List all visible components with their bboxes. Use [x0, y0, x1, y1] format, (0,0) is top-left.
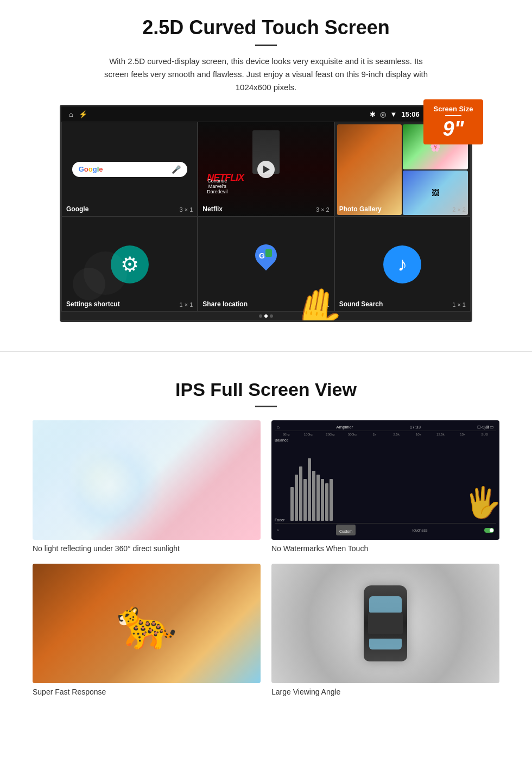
- viewing-angle-caption: Large Viewing Angle: [271, 687, 499, 696]
- slider-4: [303, 479, 307, 521]
- photo-gallery-label: Photo Gallery 2 × 2: [339, 205, 466, 213]
- slider-7: [316, 475, 320, 521]
- share-location-cell[interactable]: G 🤚 Share location 1 × 1: [198, 217, 334, 312]
- toggle-knob: [490, 528, 493, 532]
- netflix-bg: [198, 122, 333, 216]
- car-body: [364, 585, 407, 661]
- status-bar: ⌂ ⚡ ✱ ◎ ▼ 15:06 ⊡ ◁) ⊠ ▭: [61, 106, 471, 122]
- sound-label: Sound Search 1 × 1: [339, 300, 466, 308]
- eq-amplifier-label: Amplifier: [336, 425, 353, 430]
- eq-bottom-bar: ‹‹ Custom loudness: [275, 523, 496, 537]
- cheetah-bg: 🐆: [33, 564, 261, 683]
- cheetah-emoji: 🐆: [116, 595, 177, 652]
- sunlight-image: [33, 420, 261, 540]
- custom-label: Custom: [339, 529, 352, 533]
- section-ips: IPS Full Screen View No light reflecting…: [0, 368, 532, 712]
- slider-6: [312, 471, 315, 521]
- equalizer-image: ⌂ Amplifier 17:33 ⊡◁)⊠▭ 60hz 100hz 200hz…: [271, 420, 499, 540]
- home-icon[interactable]: ⌂: [69, 110, 73, 118]
- eq-freq-5: 1k: [364, 433, 385, 436]
- eq-freq-2: 100hz: [298, 433, 319, 436]
- feature-viewing-angle: Large Viewing Angle: [271, 564, 499, 696]
- title-divider: [255, 45, 277, 46]
- eq-freq-labels: 60hz 100hz 200hz 500hz 1k 2.5k 10k 12.5k…: [275, 433, 496, 436]
- app-grid-top: Google 🎤 Google 3 × 1: [61, 122, 471, 217]
- eq-home-icon: ⌂: [277, 425, 280, 430]
- netflix-label: Netflix 3 × 2: [202, 205, 329, 213]
- sound-search-cell[interactable]: ♪ Sound Search 1 × 1: [334, 217, 471, 312]
- car-image: [271, 564, 499, 683]
- eq-main-area: Balance Fader: [275, 437, 496, 523]
- page-dots: [61, 312, 471, 320]
- play-button[interactable]: [257, 161, 275, 178]
- settings-inner: ⚙: [62, 217, 197, 311]
- pin-letter: G: [259, 251, 265, 260]
- slider-10: [330, 479, 333, 521]
- eq-freq-4: 500hz: [342, 433, 363, 436]
- cheetah-image: 🐆: [33, 564, 261, 683]
- car-rear-window: [369, 639, 402, 649]
- slider-1: [290, 487, 294, 521]
- sound-icon-wrap: ♪: [383, 245, 421, 283]
- slider-3: [299, 466, 302, 521]
- eq-freq-8: 12.5k: [430, 433, 451, 436]
- device-mockup: Screen Size 9" ⌂ ⚡ ✱ ◎ ▼ 15:06 ⊡ ◁) ⊠: [60, 105, 472, 322]
- balance-label: Balance: [275, 438, 288, 442]
- eq-icons: ⊡◁)⊠▭: [477, 425, 494, 430]
- shadow-circle-2: [84, 251, 127, 295]
- netflix-app-cell[interactable]: NETFLIX Continue Marvel's Daredevil Netf…: [198, 122, 334, 217]
- loudness-toggle[interactable]: [484, 528, 494, 533]
- wifi-icon: ▼: [390, 110, 397, 118]
- maps-pin: G: [252, 248, 280, 281]
- section2-title: IPS Full Screen View: [33, 379, 499, 400]
- badge-label: Screen Size: [431, 105, 476, 113]
- sound-inner: ♪: [335, 217, 470, 311]
- loudness-label: loudness: [413, 528, 428, 532]
- light-overlay: [33, 420, 261, 540]
- google-search-bar[interactable]: Google 🎤: [72, 162, 187, 177]
- eq-freq-6: 2.5k: [386, 433, 407, 436]
- google-logo: Google: [79, 165, 103, 173]
- custom-button[interactable]: Custom: [336, 525, 356, 535]
- eq-freq-1: 60hz: [276, 433, 297, 436]
- feature-sunlight: No light reflecting under 360° direct su…: [33, 420, 261, 553]
- car-roof: [368, 613, 403, 634]
- sky-background: [33, 420, 261, 540]
- eq-nav-left: ‹‹: [277, 528, 280, 532]
- slider-9: [325, 483, 328, 521]
- location-icon: ◎: [380, 110, 386, 118]
- feature-fast-response: 🐆 Super Fast Response: [33, 564, 261, 696]
- mic-icon[interactable]: 🎤: [172, 165, 181, 174]
- settings-cell[interactable]: ⚙ Settings shortcut 1 × 1: [61, 217, 198, 312]
- eq-side-labels: Balance Fader: [275, 437, 288, 523]
- google-label: Google 3 × 1: [66, 205, 193, 213]
- bluetooth-icon: ✱: [370, 110, 376, 118]
- status-time: 15:06: [401, 110, 419, 118]
- car-bg: [271, 564, 499, 683]
- google-app-cell[interactable]: Google 🎤 Google 3 × 1: [61, 122, 198, 217]
- eq-sliders: 🖐: [290, 437, 496, 523]
- photo-thumb-1: [337, 124, 402, 215]
- usb-icon: ⚡: [79, 110, 87, 118]
- settings-label: Settings shortcut 1 × 1: [66, 300, 193, 308]
- feature-watermarks: ⌂ Amplifier 17:33 ⊡◁)⊠▭ 60hz 100hz 200hz…: [271, 420, 499, 553]
- car-windshield: [369, 596, 402, 613]
- section1-description: With 2.5D curved-display screen, this de…: [98, 55, 434, 94]
- dot-2: [264, 314, 268, 318]
- eq-top-bar: ⌂ Amplifier 17:33 ⊡◁)⊠▭: [275, 424, 496, 431]
- play-triangle: [263, 166, 270, 173]
- pin-accent: [265, 249, 272, 257]
- eq-freq-3: 200hz: [320, 433, 341, 436]
- status-bar-left: ⌂ ⚡: [69, 110, 87, 118]
- netflix-subtitle-text: Continue Marvel's Daredevil: [207, 178, 227, 194]
- eq-freq-7: 10k: [408, 433, 429, 436]
- music-note-icon: ♪: [397, 253, 407, 276]
- device-screen: ⌂ ⚡ ✱ ◎ ▼ 15:06 ⊡ ◁) ⊠ ▭: [60, 105, 472, 322]
- fast-response-caption: Super Fast Response: [33, 687, 261, 696]
- watermarks-caption: No Watermarks When Touch: [271, 544, 499, 553]
- fader-label: Fader: [275, 518, 288, 522]
- eq-screen: ⌂ Amplifier 17:33 ⊡◁)⊠▭ 60hz 100hz 200hz…: [271, 420, 499, 540]
- section-divider-hr: [0, 351, 532, 352]
- slider-8: [321, 479, 324, 521]
- screen-size-badge: Screen Size 9": [423, 99, 483, 144]
